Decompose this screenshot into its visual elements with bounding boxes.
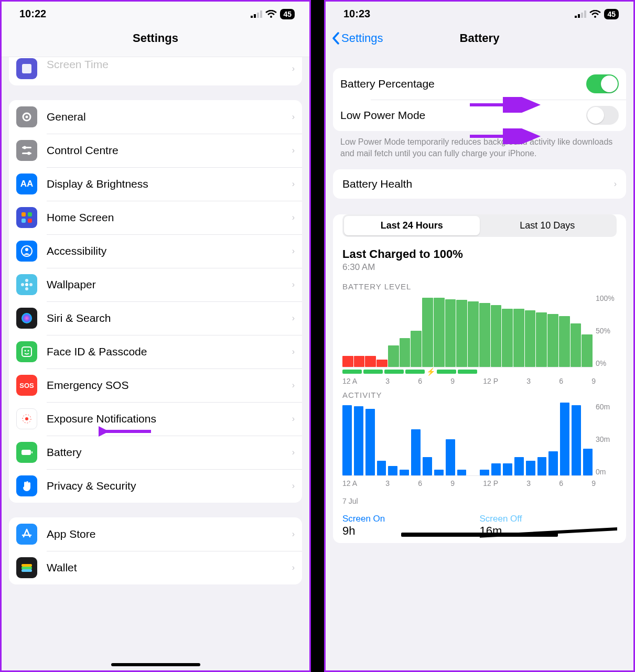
settings-row-general[interactable]: General› [9, 100, 302, 134]
svg-rect-36 [578, 14, 580, 18]
wallet-icon [16, 557, 37, 578]
battery-health-group: Battery Health › [333, 169, 626, 199]
screentime-icon [16, 58, 37, 79]
row-label: Home Screen [47, 211, 292, 224]
chevron-right-icon: › [292, 112, 295, 122]
row-label: General [47, 111, 292, 123]
row-label: Privacy & Security [47, 480, 292, 492]
chevron-right-icon: › [292, 179, 295, 189]
screen-off-label: Screen Off [480, 514, 617, 524]
chevron-right-icon: › [614, 179, 617, 189]
chevron-right-icon: › [292, 481, 295, 491]
chevron-right-icon: › [292, 146, 295, 155]
last-charged-time: 6:30 AM [333, 262, 626, 282]
chevron-left-icon [332, 32, 340, 45]
settings-row-control-centre[interactable]: Control Centre› [9, 134, 302, 167]
signal-icon [575, 10, 586, 18]
row-label: Battery Health [342, 178, 614, 190]
gear-icon [16, 106, 37, 127]
battery-percentage-toggle[interactable] [586, 74, 619, 93]
tab-last-24-hours[interactable]: Last 24 Hours [344, 216, 480, 235]
nav-bar: Settings Battery [326, 22, 633, 52]
settings-group-peek: Screen Time › [9, 57, 302, 85]
low-power-mode-note: Low Power Mode temporarily reduces backg… [326, 136, 633, 169]
low-power-mode-toggle[interactable] [586, 106, 619, 125]
settings-row-emergency-sos[interactable]: SOSEmergency SOS› [9, 368, 302, 402]
svg-rect-29 [21, 450, 31, 455]
battery-toggles-group: Battery Percentage Low Power Mode [333, 68, 626, 131]
row-label: Display & Brightness [47, 178, 292, 190]
appstore-icon [16, 524, 37, 545]
tab-last-10-days[interactable]: Last 10 Days [480, 216, 616, 235]
svg-rect-5 [22, 64, 31, 73]
settings-row-exposure-notifications[interactable]: Exposure Notifications› [9, 402, 302, 436]
date-chip: 7 Jul [342, 497, 358, 505]
settings-row-siri-search[interactable]: Siri & Search› [9, 301, 302, 335]
chevron-right-icon: › [292, 563, 295, 572]
settings-group-store: App Store›Wallet› [9, 517, 302, 584]
settings-row-battery[interactable]: Battery› [9, 436, 302, 469]
svg-point-23 [21, 313, 32, 323]
settings-row-wallpaper[interactable]: Wallpaper› [9, 268, 302, 301]
activity-label: ACTIVITY [333, 391, 626, 403]
svg-point-7 [26, 116, 28, 118]
settings-row-app-store[interactable]: App Store› [9, 517, 302, 551]
time-range-segmented[interactable]: Last 24 Hours Last 10 Days [342, 214, 617, 237]
svg-point-10 [23, 146, 26, 149]
svg-point-27 [25, 417, 28, 420]
left-screenshot: 10:22 45 Settings Screen Time › General›… [0, 0, 311, 672]
svg-point-25 [25, 350, 26, 352]
last-charged-title: Last Charged to 100% [333, 244, 626, 262]
charging-strip: ⚡ [342, 370, 596, 374]
svg-rect-13 [28, 212, 32, 216]
person-icon [16, 241, 37, 262]
screen-time-row[interactable]: Screen Time › [9, 57, 302, 85]
svg-rect-33 [21, 569, 32, 572]
chevron-right-icon: › [292, 64, 295, 73]
battery-indicator: 45 [280, 9, 295, 19]
face-icon [16, 341, 37, 362]
settings-row-display-brightness[interactable]: AADisplay & Brightness› [9, 167, 302, 201]
settings-row-face-id-passcode[interactable]: Face ID & Passcode› [9, 335, 302, 368]
low-power-mode-row[interactable]: Low Power Mode [333, 100, 626, 131]
home-indicator[interactable] [111, 663, 200, 666]
chevron-right-icon: › [292, 529, 295, 539]
settings-row-accessibility[interactable]: Accessibility› [9, 234, 302, 268]
dots-icon [16, 408, 37, 429]
svg-point-17 [25, 248, 28, 251]
svg-point-26 [28, 350, 29, 352]
settings-row-home-screen[interactable]: Home Screen› [9, 201, 302, 234]
wifi-icon [589, 10, 601, 18]
settings-row-wallet[interactable]: Wallet› [9, 551, 302, 584]
row-label: Low Power Mode [340, 109, 586, 122]
chevron-right-icon: › [292, 280, 295, 289]
svg-rect-35 [575, 16, 577, 18]
siri-icon [16, 308, 37, 329]
row-label: Battery Percentage [340, 78, 586, 90]
svg-point-4 [270, 16, 272, 18]
settings-group-main: General›Control Centre›AADisplay & Brigh… [9, 100, 302, 503]
svg-rect-24 [22, 347, 31, 356]
row-label: Exposure Notifications [47, 413, 292, 425]
chevron-right-icon: › [292, 448, 295, 457]
clock: 10:22 [19, 8, 46, 20]
clock: 10:23 [343, 8, 370, 20]
page-title: Battery [460, 31, 500, 45]
svg-point-39 [594, 16, 596, 18]
x-axis-ticks: 12 A36912 P369 [333, 374, 626, 391]
chevron-right-icon: › [292, 347, 295, 356]
chevron-right-icon: › [292, 313, 295, 323]
settings-row-privacy-security[interactable]: Privacy & Security› [9, 469, 302, 503]
redaction-bar [401, 533, 558, 537]
battery-health-row[interactable]: Battery Health › [333, 169, 626, 199]
status-bar: 10:22 45 [2, 2, 309, 22]
svg-point-20 [25, 287, 28, 290]
back-button[interactable]: Settings [332, 31, 383, 45]
svg-rect-12 [21, 212, 26, 216]
page-title: Settings [133, 31, 178, 45]
row-label: Screen Time [47, 58, 292, 71]
usage-card: Last 24 Hours Last 10 Days Last Charged … [333, 214, 626, 543]
wifi-icon [265, 10, 277, 18]
status-bar: 10:23 45 [326, 2, 633, 22]
battery-percentage-row[interactable]: Battery Percentage [333, 68, 626, 100]
